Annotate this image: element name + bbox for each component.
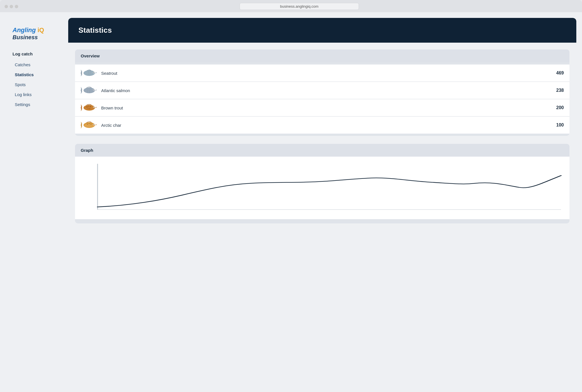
arctic-char-name: Arctic char bbox=[101, 123, 550, 128]
svg-point-13 bbox=[90, 106, 91, 107]
logo: Angling iQ Business bbox=[13, 26, 44, 41]
seatrout-name: Seatrout bbox=[101, 71, 550, 76]
svg-point-24 bbox=[93, 124, 94, 125]
app-container: Angling iQ Business Log catch Catches St… bbox=[0, 12, 582, 392]
svg-point-15 bbox=[89, 108, 90, 109]
content-area: Overview bbox=[68, 43, 576, 386]
seatrout-count: 469 bbox=[550, 70, 564, 76]
overview-header: Overview bbox=[75, 49, 569, 62]
graph-card: Graph bbox=[75, 144, 569, 223]
sidebar-item-log-links[interactable]: Log links bbox=[8, 90, 66, 99]
svg-point-21 bbox=[89, 123, 90, 124]
main-content: Statistics Overview bbox=[68, 18, 576, 386]
svg-point-10 bbox=[84, 105, 95, 111]
close-button[interactable] bbox=[5, 5, 8, 8]
brown-trout-icon bbox=[81, 103, 97, 113]
svg-point-20 bbox=[87, 124, 88, 125]
fish-row-seatrout: Seatrout 469 bbox=[75, 65, 569, 82]
svg-point-19 bbox=[84, 124, 94, 127]
brown-trout-name: Brown trout bbox=[101, 105, 550, 110]
svg-point-2 bbox=[93, 72, 94, 73]
sidebar-item-settings[interactable]: Settings bbox=[8, 100, 66, 109]
svg-point-11 bbox=[86, 106, 88, 107]
address-bar[interactable]: business.anglingiq.com bbox=[240, 3, 359, 10]
arctic-char-count: 100 bbox=[550, 123, 564, 128]
salmon-count: 238 bbox=[550, 88, 564, 93]
salmon-name: Atlantic salmon bbox=[101, 88, 550, 93]
logo-iq: iQ bbox=[38, 26, 44, 34]
maximize-button[interactable] bbox=[15, 5, 18, 8]
traffic-lights bbox=[5, 5, 18, 8]
browser-chrome: business.anglingiq.com bbox=[0, 0, 582, 12]
page-title: Statistics bbox=[78, 26, 566, 35]
arctic-char-icon bbox=[81, 120, 97, 130]
graph-header: Graph bbox=[75, 144, 569, 157]
logo-area: Angling iQ Business bbox=[6, 24, 68, 49]
logo-business: Business bbox=[13, 34, 44, 41]
page-header: Statistics bbox=[68, 18, 576, 43]
svg-point-7 bbox=[93, 90, 94, 90]
sidebar: Angling iQ Business Log catch Catches St… bbox=[6, 18, 68, 386]
overview-card: Overview bbox=[75, 49, 569, 136]
minimize-button[interactable] bbox=[10, 5, 13, 8]
nav-section-label: Log catch bbox=[6, 49, 68, 60]
fish-row-brown-trout: Brown trout 200 bbox=[75, 99, 569, 117]
sidebar-item-spots[interactable]: Spots bbox=[8, 80, 66, 89]
graph-area bbox=[75, 157, 569, 219]
sidebar-item-catches[interactable]: Catches bbox=[8, 60, 66, 69]
svg-point-22 bbox=[90, 124, 92, 125]
sidebar-item-statistics[interactable]: Statistics bbox=[8, 70, 66, 79]
svg-point-17 bbox=[93, 107, 94, 107]
graph-svg bbox=[81, 161, 564, 213]
seatrout-icon bbox=[81, 68, 97, 78]
svg-point-12 bbox=[88, 105, 89, 107]
brown-trout-count: 200 bbox=[550, 105, 564, 110]
fish-row-arctic-char: Arctic char 100 bbox=[75, 117, 569, 134]
salmon-icon bbox=[81, 85, 97, 96]
svg-point-0 bbox=[84, 70, 95, 76]
svg-point-5 bbox=[84, 88, 95, 93]
fish-row-salmon: Atlantic salmon 238 bbox=[75, 82, 569, 99]
logo-angling: Angling bbox=[13, 26, 38, 34]
svg-point-14 bbox=[88, 108, 89, 109]
fish-list: Seatrout 469 bbox=[75, 62, 569, 136]
